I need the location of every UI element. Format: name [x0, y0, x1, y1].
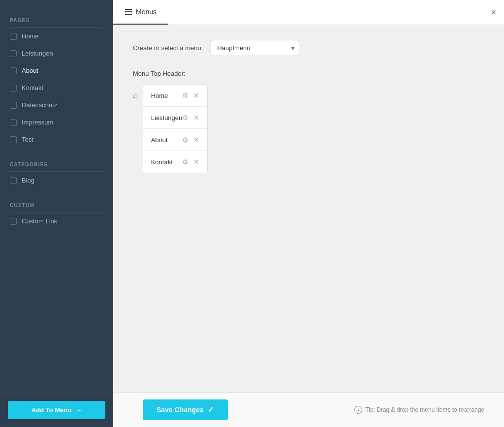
sidebar-item-about[interactable]: About	[0, 62, 113, 79]
close-button[interactable]: ×	[491, 8, 496, 17]
menu-item-row: Home ⚙ ✕	[143, 85, 208, 107]
test-checkbox[interactable]	[10, 136, 17, 143]
gear-icon[interactable]: ⚙	[182, 158, 189, 166]
gear-icon[interactable]: ⚙	[182, 92, 189, 99]
remove-item-button[interactable]: ✕	[193, 158, 199, 166]
checkmark-icon: ✓	[208, 405, 214, 414]
sidebar-item-label: Leistungen	[22, 50, 53, 57]
menus-tab[interactable]: Menus	[113, 0, 168, 25]
menu-item-actions: ⚙ ✕	[182, 158, 199, 166]
menu-item-name: About	[151, 136, 183, 144]
datenschutz-checkbox[interactable]	[10, 102, 17, 109]
sidebar-item-leistungen[interactable]: Leistungen	[0, 45, 113, 62]
topbar: Menus ×	[113, 0, 504, 25]
about-checkbox[interactable]	[10, 67, 17, 74]
sidebar-item-label: Home	[22, 32, 39, 40]
sidebar-item-test[interactable]: Test	[0, 131, 113, 148]
sidebar-item-label: About	[22, 67, 38, 74]
menu-item-row: Leistungen ⚙ ✕	[143, 107, 208, 129]
menu-select[interactable]: Hauptmenü	[211, 40, 299, 56]
menu-select-label: Create or select a menu:	[133, 44, 203, 52]
menu-top-header-label: Menu Top Header:	[133, 70, 484, 77]
sidebar-item-kontakt[interactable]: Kontakt	[0, 79, 113, 96]
main-panel: Menus × Create or select a menu: Hauptme…	[113, 0, 504, 427]
sidebar-item-label: Datenschutz	[22, 101, 57, 109]
sidebar-item-label: Test	[22, 136, 33, 143]
sidebar-item-home[interactable]: Home	[0, 28, 113, 45]
sidebar: PAGES Home Leistungen About Kontakt Date…	[0, 0, 113, 427]
content-area: Create or select a menu: Hauptmenü Menu …	[113, 25, 504, 392]
menu-item-actions: ⚙ ✕	[182, 136, 199, 144]
home-icon: ⌂	[133, 84, 138, 100]
add-to-menu-button[interactable]: Add To Menu →	[8, 401, 105, 419]
menu-item-name: Kontakt	[151, 158, 183, 166]
sidebar-footer: Add To Menu →	[0, 393, 113, 427]
tab-label: Menus	[136, 8, 157, 16]
menu-item-name: Home	[151, 92, 183, 99]
remove-item-button[interactable]: ✕	[193, 136, 199, 144]
gear-icon[interactable]: ⚙	[182, 114, 189, 122]
remove-item-button[interactable]: ✕	[193, 92, 199, 99]
custom-section-label: CUSTOM	[0, 195, 113, 212]
menu-item-actions: ⚙ ✕	[182, 92, 199, 99]
categories-section-label: CATEGORIES	[0, 154, 113, 171]
sidebar-item-custom-link[interactable]: Custom Link	[0, 213, 113, 230]
menu-item-row: About ⚙ ✕	[143, 129, 208, 151]
custom-link-checkbox[interactable]	[10, 218, 17, 225]
menu-items-container: Home ⚙ ✕ Leistungen ⚙ ✕	[143, 84, 208, 173]
menu-item-actions: ⚙ ✕	[182, 114, 199, 122]
sidebar-item-label: Custom Link	[22, 217, 57, 225]
arrow-icon: →	[75, 406, 82, 414]
menu-item-name: Leistungen	[151, 114, 183, 122]
sidebar-content: PAGES Home Leistungen About Kontakt Date…	[0, 0, 113, 393]
sidebar-item-label: Impressum	[22, 119, 53, 126]
sidebar-item-label: Kontakt	[22, 84, 43, 92]
blog-checkbox[interactable]	[10, 177, 17, 184]
sidebar-item-impressum[interactable]: Impressum	[0, 114, 113, 131]
kontakt-checkbox[interactable]	[10, 85, 17, 92]
sidebar-item-blog[interactable]: Blog	[0, 172, 113, 189]
menu-item-row: Kontakt ⚙ ✕	[143, 151, 208, 173]
impressum-checkbox[interactable]	[10, 119, 17, 126]
save-changes-button[interactable]: Save Changes ✓	[143, 399, 228, 420]
sidebar-item-label: Blog	[22, 177, 34, 184]
save-changes-label: Save Changes	[157, 406, 204, 414]
menu-select-wrapper: Hauptmenü	[211, 40, 299, 56]
info-icon: i	[354, 406, 362, 414]
hamburger-icon	[125, 9, 132, 15]
tip-label: Tip: Drag & drop the menu items to rearr…	[365, 406, 484, 413]
gear-icon[interactable]: ⚙	[182, 136, 189, 144]
sidebar-item-datenschutz[interactable]: Datenschutz	[0, 96, 113, 114]
pages-section-label: PAGES	[0, 10, 113, 27]
bottom-bar: Save Changes ✓ i Tip: Drag & drop the me…	[113, 392, 504, 427]
remove-item-button[interactable]: ✕	[193, 114, 199, 122]
menu-select-row: Create or select a menu: Hauptmenü	[133, 40, 484, 56]
leistungen-checkbox[interactable]	[10, 50, 17, 57]
tip-text: i Tip: Drag & drop the menu items to rea…	[354, 406, 484, 414]
home-checkbox[interactable]	[10, 33, 17, 40]
add-to-menu-label: Add To Menu	[32, 406, 71, 414]
